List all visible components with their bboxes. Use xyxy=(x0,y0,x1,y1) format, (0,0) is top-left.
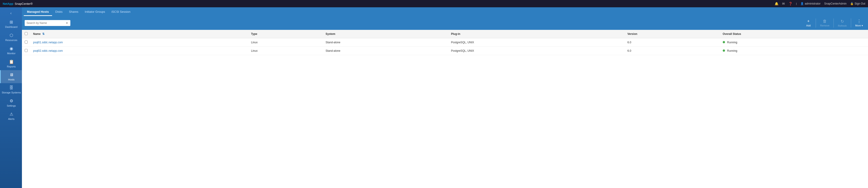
header-type: Type xyxy=(248,30,323,38)
tenant-info: SnapCenterAdmin xyxy=(824,2,846,5)
tab-iscsi-session[interactable]: iSCSI Session xyxy=(108,8,134,16)
more-button[interactable]: ⋮ More ▾ xyxy=(853,18,865,28)
add-icon: + xyxy=(807,19,810,24)
refresh-icon: ↻ xyxy=(841,19,844,24)
topbar-right: 🔔 ✉ ❓ | 👤 administrator SnapCenterAdmin … xyxy=(775,2,865,5)
sidebar-label-monitor: Monitor xyxy=(7,52,16,55)
more-label: More ▾ xyxy=(855,24,863,27)
mail-icon[interactable]: ✉ xyxy=(782,2,785,5)
status-text-1: Running xyxy=(727,49,737,52)
row-name-0[interactable]: psql01.sddc.netapp.com xyxy=(30,38,248,47)
divider-3 xyxy=(851,18,851,28)
header-version: Version xyxy=(625,30,720,38)
remove-icon: 🗑 xyxy=(823,19,827,24)
sort-icon-name[interactable]: ⇅ xyxy=(42,32,44,36)
status-text-0: Running xyxy=(727,41,737,44)
sidebar-item-reports[interactable]: 📋 Reports xyxy=(0,57,22,70)
username: administrator xyxy=(805,2,820,5)
user-icon: 👤 xyxy=(800,2,804,5)
sidebar-item-resources[interactable]: ⬡ Resources xyxy=(0,31,22,44)
hosts-icon: 🖥 xyxy=(9,72,13,77)
row-checkbox-col xyxy=(22,38,30,47)
remove-button[interactable]: 🗑 Remove xyxy=(818,18,832,28)
tab-shares[interactable]: Shares xyxy=(66,8,82,16)
sidebar-collapse-button[interactable]: ‹ xyxy=(0,9,22,17)
content-area: Name ⇅ Type System Plug-in Version Overa… xyxy=(22,30,868,188)
toolbar-right: + Add 🗑 Remove ↻ Refresh ⋮ More ▾ xyxy=(803,18,865,28)
add-label: Add xyxy=(806,24,811,27)
main-content: Managed Hosts Disks Shares Initiator Gro… xyxy=(22,7,868,188)
help-icon[interactable]: ❓ xyxy=(788,2,793,5)
tab-managed-hosts[interactable]: Managed Hosts xyxy=(24,8,52,16)
separator: | xyxy=(796,2,797,5)
sidebar-label-hosts: Hosts xyxy=(8,78,14,81)
sidebar: ‹ ⊞ Dashboard ⬡ Resources ◉ Monitor 📋 Re… xyxy=(0,7,22,188)
sidebar-label-dashboard: Dashboard xyxy=(5,26,18,28)
sidebar-label-settings: Settings xyxy=(7,104,16,107)
sidebar-item-dashboard[interactable]: ⊞ Dashboard xyxy=(0,17,22,31)
app-logo: NetApp SnapCenter® xyxy=(3,2,33,5)
row-system-0: Stand-alone xyxy=(323,38,448,47)
header-system: System xyxy=(323,30,448,38)
row-status-0: Running xyxy=(720,38,868,47)
sidebar-item-storage-systems[interactable]: 🗄 Storage Systems xyxy=(0,83,22,96)
header-plugin: Plug-in xyxy=(448,30,625,38)
more-icon: ⋮ xyxy=(857,19,861,24)
row-version-0: 6.0 xyxy=(625,38,720,47)
reports-icon: 📋 xyxy=(9,59,14,64)
toolbar: ▾ + Add 🗑 Remove ↻ Refresh xyxy=(22,16,868,30)
refresh-label: Refresh xyxy=(838,25,847,27)
user-info[interactable]: 👤 administrator xyxy=(800,2,820,5)
host-link-0[interactable]: psql01.sddc.netapp.com xyxy=(33,41,63,44)
header-checkbox-col xyxy=(22,30,30,38)
subnav: Managed Hosts Disks Shares Initiator Gro… xyxy=(22,7,868,16)
hosts-table: Name ⇅ Type System Plug-in Version Overa… xyxy=(22,30,868,55)
row-name-1[interactable]: psql02.sddc.netapp.com xyxy=(30,47,248,55)
tab-disks[interactable]: Disks xyxy=(52,8,66,16)
header-name[interactable]: Name ⇅ xyxy=(30,30,248,38)
signout-icon: 🔓 xyxy=(850,2,854,5)
netapp-wordmark: NetApp xyxy=(3,2,13,5)
topbar: NetApp SnapCenter® 🔔 ✉ ❓ | 👤 administrat… xyxy=(0,0,868,7)
header-status: Overall Status xyxy=(720,30,868,38)
filter-button[interactable]: ▾ xyxy=(65,21,68,25)
refresh-button[interactable]: ↻ Refresh xyxy=(836,18,849,28)
sidebar-item-alerts[interactable]: ⚠ Alerts xyxy=(0,109,22,123)
storage-icon: 🗄 xyxy=(9,85,13,90)
sidebar-item-hosts[interactable]: 🖥 Hosts xyxy=(0,70,22,83)
search-box[interactable]: ▾ xyxy=(25,20,70,26)
select-all-checkbox[interactable] xyxy=(25,32,28,35)
topbar-left: NetApp SnapCenter® xyxy=(3,2,33,5)
signout-button[interactable]: 🔓 Sign Out xyxy=(850,2,865,5)
monitor-icon: ◉ xyxy=(9,46,13,51)
table-row: psql02.sddc.netapp.com Linux Stand-alone… xyxy=(22,47,868,55)
table-header-row: Name ⇅ Type System Plug-in Version Overa… xyxy=(22,30,868,38)
signout-label: Sign Out xyxy=(855,2,865,5)
sidebar-label-storage: Storage Systems xyxy=(2,91,21,94)
table-row: psql01.sddc.netapp.com Linux Stand-alone… xyxy=(22,38,868,47)
row-checkbox-col xyxy=(22,47,30,55)
settings-icon: ⚙ xyxy=(9,99,13,104)
row-plugin-1: PostgreSQL, UNIX xyxy=(448,47,625,55)
tenant-name: SnapCenterAdmin xyxy=(824,2,846,5)
host-link-1[interactable]: psql02.sddc.netapp.com xyxy=(33,49,63,52)
search-input[interactable] xyxy=(27,22,64,25)
sidebar-item-monitor[interactable]: ◉ Monitor xyxy=(0,44,22,57)
layout: ‹ ⊞ Dashboard ⬡ Resources ◉ Monitor 📋 Re… xyxy=(0,7,868,188)
row-system-1: Stand-alone xyxy=(323,47,448,55)
row-plugin-0: PostgreSQL, UNIX xyxy=(448,38,625,47)
dashboard-icon: ⊞ xyxy=(9,20,13,25)
sidebar-label-reports: Reports xyxy=(7,65,16,68)
bell-icon[interactable]: 🔔 xyxy=(775,2,778,5)
sidebar-item-settings[interactable]: ⚙ Settings xyxy=(0,96,22,109)
row-status-1: Running xyxy=(720,47,868,55)
sidebar-label-alerts: Alerts xyxy=(8,118,14,120)
row-checkbox-1[interactable] xyxy=(25,49,28,52)
header-name-label: Name xyxy=(33,32,41,36)
row-type-1: Linux xyxy=(248,47,323,55)
row-version-1: 6.0 xyxy=(625,47,720,55)
tab-initiator-groups[interactable]: Initiator Groups xyxy=(82,8,108,16)
row-checkbox-0[interactable] xyxy=(25,41,28,43)
add-button[interactable]: + Add xyxy=(803,18,814,28)
status-dot-1 xyxy=(723,49,725,52)
